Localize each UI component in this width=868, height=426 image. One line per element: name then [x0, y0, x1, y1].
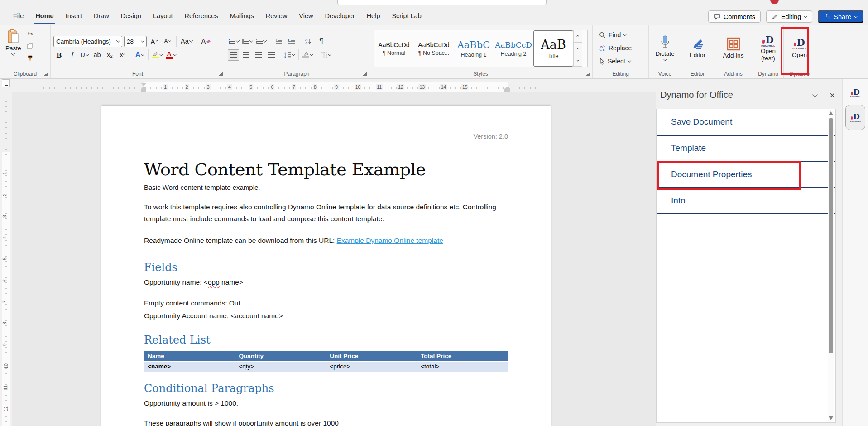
styles-dialog-launcher-icon[interactable] — [586, 72, 590, 76]
font-size-combobox[interactable]: 28 — [124, 36, 147, 47]
replace-button[interactable]: bc Replace — [597, 42, 633, 54]
tab-review[interactable]: Review — [260, 8, 293, 25]
align-left-button[interactable] — [228, 49, 239, 61]
tab-developer[interactable]: Developer — [319, 8, 361, 25]
tab-stop-selector[interactable] — [2, 79, 10, 87]
subscript-button[interactable]: x₂ — [104, 49, 115, 61]
document-subtitle: Basic Word content template example. — [144, 184, 508, 191]
dictate-button[interactable]: Dictate — [652, 34, 677, 63]
style-normal[interactable]: AaBbCcDd ¶ Normal — [374, 30, 414, 67]
shading-button[interactable] — [302, 49, 314, 61]
numbering-button[interactable] — [241, 36, 254, 47]
paragraph-dialog-launcher-icon[interactable] — [363, 72, 367, 76]
scroll-up-arrow-icon[interactable] — [829, 111, 833, 115]
text-effects-button[interactable]: A — [134, 49, 145, 61]
task-pane-options-chevron-icon[interactable] — [813, 92, 818, 97]
copy-button[interactable] — [25, 40, 36, 52]
tab-design[interactable]: Design — [115, 8, 147, 25]
cut-button[interactable]: ✂ — [25, 28, 36, 39]
align-center-button[interactable] — [240, 49, 252, 61]
change-case-button[interactable]: Aa — [180, 36, 193, 47]
chevron-down-icon — [854, 14, 858, 18]
search-box-partial[interactable] — [337, 0, 547, 5]
editor-button[interactable]: Editor — [687, 36, 708, 60]
microphone-icon — [660, 35, 670, 49]
scroll-down-arrow-icon[interactable] — [829, 416, 833, 420]
clipboard-dialog-launcher-icon[interactable] — [44, 72, 48, 76]
sort-button[interactable]: AZ — [303, 36, 314, 47]
highlight-color-button[interactable] — [151, 49, 163, 61]
addins-button[interactable]: Add-ins — [720, 35, 747, 61]
scrollbar-thumb[interactable] — [829, 118, 833, 353]
documill-rail-button[interactable]: D DOCUMILL — [845, 105, 865, 130]
style-no-spacing[interactable]: AaBbCcDd ¶ No Spac... — [414, 30, 454, 67]
left-indent-marker[interactable] — [141, 89, 146, 92]
font-color-button[interactable]: A — [165, 49, 177, 61]
task-pane-scrollbar[interactable] — [828, 110, 834, 421]
grow-font-button[interactable]: A — [149, 36, 160, 47]
tab-home[interactable]: Home — [29, 8, 59, 25]
clear-formatting-button[interactable]: A — [200, 36, 211, 47]
style-heading2[interactable]: AaBbCcD Heading 2 — [494, 30, 533, 67]
format-painter-button[interactable] — [25, 53, 36, 64]
tab-mailings[interactable]: Mailings — [224, 8, 260, 25]
caret-down-icon — [168, 39, 171, 42]
style-title[interactable]: AaB Title — [533, 30, 573, 67]
sidebar-item-info[interactable]: Info — [657, 188, 835, 214]
superscript-button[interactable]: x² — [117, 49, 128, 61]
tab-help[interactable]: Help — [361, 8, 386, 25]
tab-view[interactable]: View — [293, 8, 319, 25]
tab-layout[interactable]: Layout — [147, 8, 179, 25]
tab-script-lab[interactable]: Script Lab — [386, 8, 427, 25]
comments-button[interactable]: Comments — [708, 10, 761, 23]
shrink-font-button[interactable]: A — [162, 36, 173, 47]
replace-label: Replace — [609, 44, 632, 52]
tab-references[interactable]: References — [178, 8, 224, 25]
italic-button[interactable]: I — [66, 49, 77, 61]
styles-gallery-expand-button[interactable] — [574, 54, 582, 67]
v-ruler-number: 10 — [3, 363, 9, 369]
chevron-down-icon — [623, 32, 627, 36]
example-template-link[interactable]: Example Dynamo Online template — [337, 237, 443, 244]
document-page[interactable]: Version: 2.0 Word Content Template Examp… — [101, 106, 551, 426]
align-right-button[interactable] — [253, 49, 264, 61]
table-header-cell: Quantity — [235, 351, 326, 361]
underline-button[interactable]: U — [79, 49, 90, 61]
v-ruler-number: 2 — [2, 194, 7, 196]
tab-draw[interactable]: Draw — [88, 8, 115, 25]
chevron-down-icon — [116, 39, 120, 42]
documill-rail-icon[interactable]: D DOCUMILL — [850, 88, 861, 98]
line-spacing-button[interactable] — [283, 49, 296, 61]
tab-insert[interactable]: Insert — [60, 8, 88, 25]
ribbon-tabs: File Home Insert Draw Design Layout Refe… — [7, 8, 427, 25]
borders-button[interactable] — [320, 49, 332, 61]
search-icon — [599, 32, 606, 39]
document-paragraph: To work this template requires also cont… — [144, 201, 508, 225]
multilevel-list-button[interactable] — [255, 36, 267, 47]
select-button[interactable]: Select — [597, 55, 633, 67]
find-button[interactable]: Find — [597, 29, 633, 41]
editing-mode-button[interactable]: Editing — [766, 10, 812, 23]
paste-button[interactable]: Paste — [3, 27, 24, 58]
font-name-combobox[interactable]: Cambria (Headings) — [53, 36, 122, 47]
related-list-heading: Related List — [144, 334, 508, 346]
v-ruler[interactable]: 123456789101112 — [0, 82, 12, 426]
dynamo-open-test-button[interactable]: D DOCUMILL Open (test) — [758, 33, 778, 63]
font-dialog-launcher-icon[interactable] — [219, 72, 223, 76]
tab-file[interactable]: File — [7, 8, 29, 25]
strikethrough-button[interactable]: ab — [91, 49, 103, 61]
bold-button[interactable]: B — [53, 49, 65, 61]
styles-scroll-down-button[interactable] — [574, 43, 582, 55]
bullets-button[interactable] — [228, 36, 240, 47]
justify-button[interactable] — [266, 49, 277, 61]
style-heading1[interactable]: AaBbC Heading 1 — [454, 30, 494, 67]
decrease-indent-button[interactable] — [273, 36, 284, 47]
show-hide-pilcrow-button[interactable]: ¶ — [316, 36, 327, 47]
sidebar-item-template[interactable]: Template — [657, 136, 835, 162]
sidebar-item-save-document[interactable]: Save Document — [657, 109, 835, 136]
styles-scroll-up-button[interactable] — [574, 30, 582, 43]
share-button[interactable]: Share — [818, 10, 863, 23]
increase-indent-button[interactable] — [286, 36, 297, 47]
task-pane-close-icon[interactable]: × — [830, 91, 835, 100]
h-ruler[interactable]: 123456789101112131415 — [12, 82, 551, 92]
